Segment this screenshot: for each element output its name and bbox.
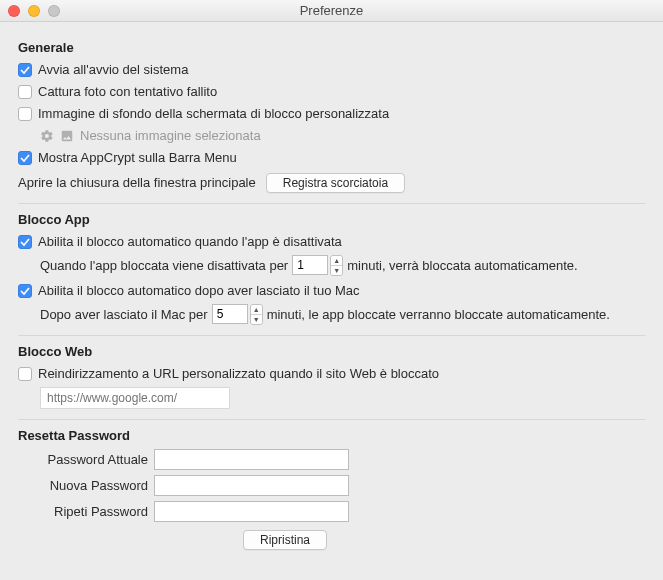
open-on-close-label: Aprire la chiusura della finestra princi… (18, 174, 256, 192)
label-custom-lock-image: Immagine di sfondo della schermata di bl… (38, 105, 389, 123)
section-heading-reset-password: Resetta Password (18, 428, 645, 443)
disabled-minutes-input[interactable] (292, 255, 328, 275)
reset-password-button[interactable]: Ripristina (243, 530, 327, 550)
current-password-input[interactable] (154, 449, 349, 470)
label-auto-block-after-leave: Abilita il blocco automatico dopo aver l… (38, 282, 360, 300)
stepper-down-icon[interactable]: ▼ (331, 266, 342, 276)
disabled-prefix: Quando l'app bloccata viene disattivata … (40, 257, 288, 275)
disabled-minutes-stepper[interactable]: ▲ ▼ (292, 255, 343, 276)
label-custom-redirect: Reindirizzamento a URL personalizzato qu… (38, 365, 439, 383)
label-show-menubar: Mostra AppCrypt sulla Barra Menu (38, 149, 237, 167)
repeat-password-label: Ripeti Password (18, 504, 148, 519)
section-heading-general: Generale (18, 40, 645, 55)
minimize-icon[interactable] (28, 5, 40, 17)
after-leave-prefix: Dopo aver lasciato il Mac per (40, 306, 208, 324)
close-icon[interactable] (8, 5, 20, 17)
checkbox-custom-lock-image[interactable] (18, 107, 32, 121)
gear-icon (40, 129, 54, 143)
titlebar: Preferenze (0, 0, 663, 22)
after-leave-minutes-stepper[interactable]: ▲ ▼ (212, 304, 263, 325)
section-heading-app-block: Blocco App (18, 212, 645, 227)
disabled-suffix: minuti, verrà bloccata automaticamente. (347, 257, 578, 275)
checkbox-auto-block-after-leave[interactable] (18, 284, 32, 298)
after-leave-suffix: minuti, le app bloccate verranno bloccat… (267, 306, 610, 324)
checkbox-launch-at-startup[interactable] (18, 63, 32, 77)
divider (18, 335, 645, 336)
checkbox-custom-redirect[interactable] (18, 367, 32, 381)
checkbox-show-menubar[interactable] (18, 151, 32, 165)
new-password-input[interactable] (154, 475, 349, 496)
redirect-url-input (40, 387, 230, 409)
zoom-icon (48, 5, 60, 17)
section-heading-web-block: Blocco Web (18, 344, 645, 359)
stepper-up-icon[interactable]: ▲ (331, 256, 342, 266)
register-shortcut-button[interactable]: Registra scorciatoia (266, 173, 405, 193)
stepper-down-icon[interactable]: ▼ (251, 315, 262, 325)
new-password-label: Nuova Password (18, 478, 148, 493)
current-password-label: Password Attuale (18, 452, 148, 467)
window-title: Preferenze (300, 3, 364, 18)
label-launch-at-startup: Avvia all'avvio del sistema (38, 61, 188, 79)
stepper-up-icon[interactable]: ▲ (251, 305, 262, 315)
no-image-selected-text: Nessuna immagine selezionata (80, 127, 261, 145)
divider (18, 419, 645, 420)
repeat-password-input[interactable] (154, 501, 349, 522)
checkbox-capture-photo[interactable] (18, 85, 32, 99)
label-capture-photo: Cattura foto con tentativo fallito (38, 83, 217, 101)
image-icon (60, 129, 74, 143)
divider (18, 203, 645, 204)
checkbox-auto-block-disabled[interactable] (18, 235, 32, 249)
traffic-lights (8, 5, 60, 17)
after-leave-minutes-input[interactable] (212, 304, 248, 324)
label-auto-block-disabled: Abilita il blocco automatico quando l'ap… (38, 233, 342, 251)
